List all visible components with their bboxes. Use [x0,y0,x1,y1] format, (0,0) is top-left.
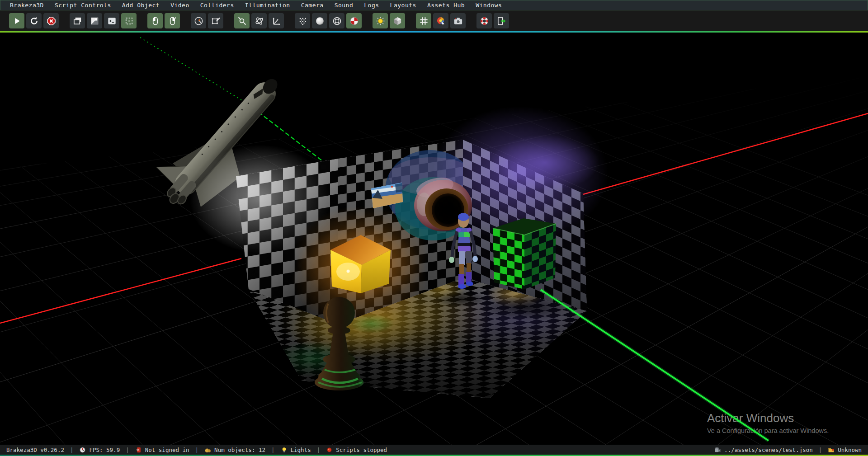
color-picker-button[interactable] [433,13,448,28]
status-separator: | [195,447,199,453]
image-adjust-icon [90,16,100,26]
windows-layers-icon [72,16,83,26]
doll-thigh-left [459,251,465,265]
orbit-spiral-icon [193,16,204,26]
doll-boot-left [458,274,464,286]
cube-solid-button[interactable] [390,13,405,28]
doll-foot-right [466,282,473,286]
axis-arrows-button[interactable] [269,13,284,28]
status-text: Lights [291,447,311,453]
status-item-unknown: Unknown [828,447,862,453]
status-item-not-signed-in: Not signed in [135,447,189,453]
console-terminal-button[interactable] [104,13,119,28]
screenshot-camera-button[interactable] [450,13,466,28]
rotate-orbit-icon [254,16,264,26]
orbit-spiral-button[interactable] [191,13,206,28]
selection-box-icon [124,16,134,26]
checker-sphere-icon [349,16,359,26]
vector-edit-button[interactable] [208,13,223,28]
grid-button[interactable] [416,13,431,28]
menu-item-brakeza3d[interactable]: Brakeza3D [10,2,44,9]
dither-dots-button[interactable] [295,13,310,28]
status-item-scripts-stopped: Scripts stopped [326,447,387,453]
play-icon [12,16,22,26]
cube-solid-icon [392,16,403,26]
menu-item-logs[interactable]: Logs [364,2,379,9]
sphere-shaded-button[interactable] [312,13,327,28]
color-picker-icon [436,16,446,26]
light-sun-icon [375,16,386,26]
doll-thigh-right [466,251,472,264]
rotate-orbit-button[interactable] [251,13,267,28]
menu-item-sound[interactable]: Sound [335,2,354,9]
status-text: Scripts stopped [336,447,387,453]
status-separator: | [317,447,321,453]
checker-sphere-button[interactable] [346,13,362,28]
status-text: Not signed in [145,447,189,453]
green-cube-face-left [493,228,524,289]
zoom-pan-icon [237,16,247,26]
dither-dots-icon [297,16,308,26]
reload-button[interactable] [26,13,42,28]
doll-boot-right [466,272,472,283]
menu-item-video[interactable]: Video [170,2,189,9]
light-sun-button[interactable] [373,13,388,28]
doll-shin-left [459,264,464,275]
menu-item-script-controls[interactable]: Script Controls [55,2,111,9]
image-adjust-button[interactable] [87,13,102,28]
sphere-shaded-icon [315,16,325,26]
status-text: Num objects: 12 [214,447,265,453]
doll-helmet [458,213,469,221]
doll-belt [458,243,470,246]
exit-button[interactable] [494,13,509,28]
doll-shin-right [467,263,471,273]
stop-button[interactable] [43,13,59,28]
status-separator: | [819,447,822,453]
pawn-head [323,297,355,329]
zoom-pan-button[interactable] [234,13,250,28]
menu-item-illumination[interactable]: Illumination [245,2,290,9]
folder-icon [828,447,835,453]
point-light [347,270,350,273]
wire-globe-button[interactable] [329,13,344,28]
doll-foot-left [458,284,466,289]
menu-item-add-object[interactable]: Add Object [122,2,160,9]
status-text: Brakeza3D v0.26.2 [6,447,64,453]
menu-item-layouts[interactable]: Layouts [390,2,416,9]
glowing-yellow-cube[interactable] [292,226,427,330]
menu-item-colliders[interactable]: Colliders [200,2,234,9]
play-button[interactable] [9,13,24,28]
mouse-right-icon [167,16,178,26]
menu-item-camera[interactable]: Camera [301,2,324,9]
signin-icon [135,447,142,453]
status-item-assets-scenes-test-json: ../assets/scenes/test.json [714,447,813,453]
clock-icon [79,447,86,453]
menu-bar: Brakeza3DScript ControlsAdd ObjectVideoC… [0,0,868,10]
toolbar-separator-line [0,31,868,33]
grid-icon [419,16,429,26]
menu-item-assets-hub[interactable]: Assets Hub [427,2,465,9]
status-item-lights: Lights [281,447,311,453]
status-left: Brakeza3D v0.26.2|FPS: 59.9|Not signed i… [6,447,387,453]
wire-globe-icon [332,16,342,26]
vector-edit-icon [211,16,221,26]
menu-item-windows[interactable]: Windows [476,2,502,9]
status-text: Unknown [838,447,862,453]
windows-layers-button[interactable] [70,13,85,28]
status-separator: | [70,447,74,453]
mouse-left-button[interactable] [147,13,163,28]
lights-icon [281,447,288,453]
axis-arrows-icon [271,16,282,26]
green-checker-cube[interactable] [493,218,556,289]
status-text: FPS: 59.9 [89,447,120,453]
status-separator: | [126,447,129,453]
mouse-right-button[interactable] [165,13,180,28]
watermark-title: Activar Windows [707,411,794,425]
status-separator: | [271,447,275,453]
status-text: ../assets/scenes/test.json [724,447,813,453]
status-right: ../assets/scenes/test.json|Unknown [714,447,862,453]
help-lifebuoy-button[interactable] [476,13,492,28]
viewport-3d[interactable]: Activar Windows Ve a Configuración para … [0,0,868,456]
selection-box-button[interactable] [121,13,137,28]
scene-camera-icon [714,447,721,453]
